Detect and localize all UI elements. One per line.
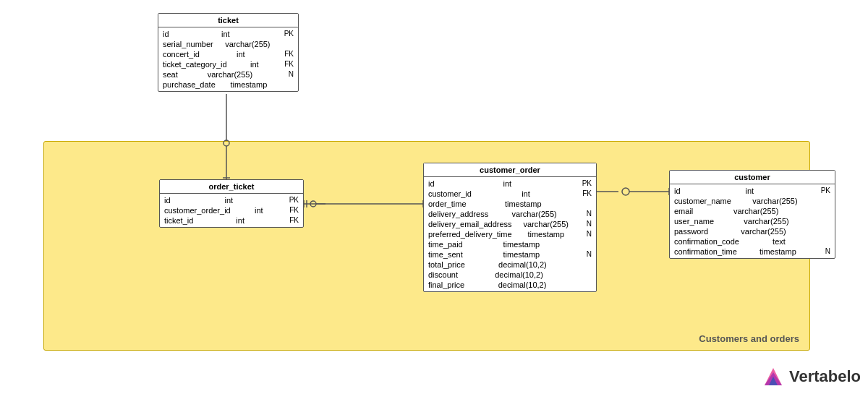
table-customer-order: customer_order id int PK customer_id int… — [423, 163, 597, 292]
vertabelo-logo-icon — [762, 365, 785, 388]
table-row: delivery_email_address varchar(255) N — [424, 219, 596, 229]
table-customer-header: customer — [670, 171, 835, 184]
table-row: customer_name varchar(255) — [670, 196, 835, 206]
table-row: email varchar(255) — [670, 206, 835, 216]
table-row: total_price decimal(10,2) — [424, 260, 596, 270]
table-row: final_price decimal(10,2) — [424, 280, 596, 290]
table-ticket-body: id int PK serial_number varchar(255) con… — [158, 27, 298, 91]
table-row: id int PK — [160, 195, 303, 205]
table-row: time_paid timestamp — [424, 239, 596, 249]
table-row: ticket_category_id int FK — [158, 59, 298, 69]
table-row: id int PK — [670, 186, 835, 196]
table-order-ticket-body: id int PK customer_order_id int FK ticke… — [160, 194, 303, 227]
table-order-ticket-header: order_ticket — [160, 180, 303, 194]
table-row: time_sent timestamp N — [424, 249, 596, 260]
table-row: id int PK — [158, 29, 298, 39]
table-ticket: ticket id int PK serial_number varchar(2… — [158, 13, 299, 92]
table-row: ticket_id int FK — [160, 215, 303, 226]
table-order-ticket: order_ticket id int PK customer_order_id… — [159, 179, 304, 228]
table-row: confirmation_time timestamp N — [670, 247, 835, 257]
table-row: user_name varchar(255) — [670, 216, 835, 226]
table-row: customer_id int FK — [424, 189, 596, 199]
table-row: concert_id int FK — [158, 49, 298, 59]
table-ticket-header: ticket — [158, 14, 298, 27]
table-customer-order-body: id int PK customer_id int FK order_time … — [424, 177, 596, 291]
table-customer: customer id int PK customer_name varchar… — [669, 170, 835, 259]
table-row: preferred_delivery_time timestamp N — [424, 229, 596, 239]
table-row: serial_number varchar(255) — [158, 39, 298, 49]
diagram-area: Customers and orders — [0, 0, 868, 394]
table-row: password varchar(255) — [670, 226, 835, 236]
table-row: seat varchar(255) N — [158, 69, 298, 80]
table-row: order_time timestamp — [424, 199, 596, 209]
group-label: Customers and orders — [699, 333, 799, 344]
table-row: confirmation_code text — [670, 236, 835, 247]
table-row: purchase_date timestamp — [158, 80, 298, 90]
logo-area: Vertabelo — [762, 365, 861, 388]
table-customer-body: id int PK customer_name varchar(255) ema… — [670, 184, 835, 258]
table-row: delivery_address varchar(255) N — [424, 209, 596, 219]
table-row: id int PK — [424, 179, 596, 189]
logo-text: Vertabelo — [789, 367, 861, 386]
table-customer-order-header: customer_order — [424, 163, 596, 177]
table-row: customer_order_id int FK — [160, 205, 303, 215]
table-row: discount decimal(10,2) — [424, 270, 596, 280]
